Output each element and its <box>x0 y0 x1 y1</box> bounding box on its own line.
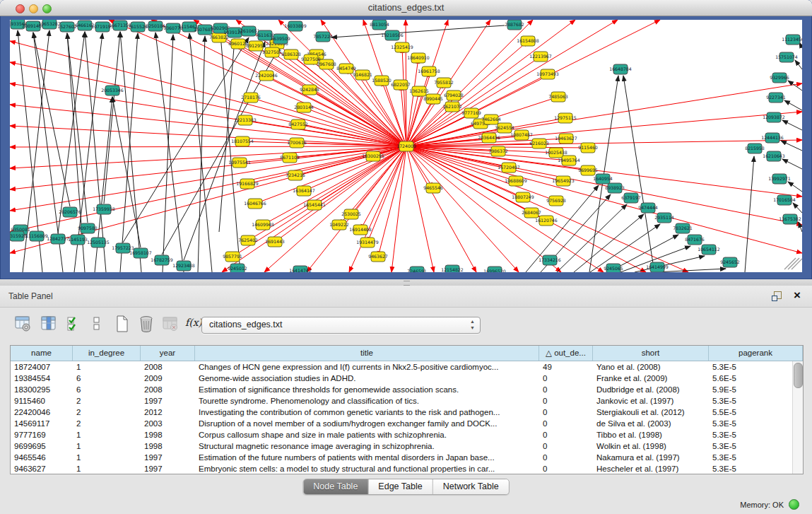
graph-node[interactable]: 18640910 <box>407 53 430 63</box>
float-window-icon[interactable] <box>772 291 781 300</box>
select-rows-icon[interactable] <box>65 315 83 333</box>
graph-node[interactable]: 9146821 <box>353 70 372 80</box>
graph-node[interactable]: 2718176 <box>241 93 261 103</box>
graph-node[interactable]: 2887682 <box>505 20 524 30</box>
graph-node[interactable]: 1621072 <box>442 102 462 112</box>
graph-node[interactable]: 6822057 <box>391 80 411 90</box>
graph-node[interactable]: 16414999 <box>646 262 669 272</box>
graph-node[interactable]: 1640954 <box>593 174 613 184</box>
graph-node[interactable]: 1700616 <box>287 138 307 148</box>
graph-node[interactable]: 1527602 <box>57 22 77 32</box>
graph-node[interactable]: 8990445 <box>423 94 443 104</box>
graph-node[interactable]: 9227341 <box>766 93 786 103</box>
graph-node[interactable]: 6794028 <box>444 90 464 100</box>
graph-node[interactable]: 7485063 <box>548 92 568 102</box>
tab-node-table[interactable]: Node Table <box>303 479 368 494</box>
graph-node[interactable]: 1724009 <box>396 141 416 151</box>
graph-node[interactable]: 7246591 <box>407 267 427 272</box>
graph-node[interactable]: 12444136 <box>761 133 784 143</box>
column-header[interactable]: △ out_de... <box>539 346 593 361</box>
table-row[interactable]: 1456911722003Disruption of a novel membe… <box>11 418 793 429</box>
table-header-row[interactable]: namein_degreeyeartitle△ out_de...shortpa… <box>11 346 803 361</box>
graph-node[interactable]: 16154808 <box>517 36 539 46</box>
graph-node[interactable]: 8471676 <box>685 235 705 245</box>
graph-node[interactable]: 7955812 <box>434 78 454 88</box>
table-settings-icon[interactable] <box>14 315 33 333</box>
graph-node[interactable]: 7462664 <box>481 115 501 124</box>
graph-node[interactable]: 16414742 <box>289 266 312 272</box>
column-header[interactable]: short <box>593 346 709 361</box>
graph-node[interactable]: 9463627 <box>368 252 388 262</box>
graph-node[interactable]: 7832621 <box>673 223 693 233</box>
graph-node[interactable]: 1362615 <box>409 86 429 96</box>
graph-node[interactable]: 22420046 <box>255 71 278 81</box>
delete-trash-icon[interactable] <box>137 315 155 333</box>
graph-node[interactable]: 9245012 <box>228 264 247 272</box>
graph-node[interactable]: 7234216 <box>286 170 305 180</box>
graph-node[interactable]: 16210643 <box>763 151 785 161</box>
graph-node[interactable]: 16033809 <box>284 21 307 31</box>
graph-node[interactable]: 2530025 <box>341 209 361 219</box>
graph-node[interactable]: 8186328 <box>281 49 301 59</box>
graph-node[interactable]: 9465546 <box>423 183 443 193</box>
graph-node[interactable]: 11123456 <box>782 35 802 45</box>
graph-node[interactable]: 9474444 <box>638 203 658 213</box>
graph-node[interactable]: 11675382 <box>779 214 801 224</box>
graph-node[interactable]: 10688609 <box>505 176 527 186</box>
panel-splitter[interactable] <box>0 279 812 286</box>
column-header[interactable]: in_degree <box>73 346 141 361</box>
graph-node[interactable]: 7615526 <box>128 22 148 32</box>
graph-node[interactable]: 6216023 <box>529 139 549 148</box>
graph-node[interactable]: 12213967 <box>529 52 552 62</box>
graph-node[interactable]: 8813054 <box>370 20 389 30</box>
graph-node[interactable]: 16996520 <box>483 267 506 272</box>
graph-node[interactable]: 9329966 <box>770 73 789 83</box>
table-row[interactable]: 2242004622012Investigating the contribut… <box>11 407 793 418</box>
graph-node[interactable]: 20206576 <box>59 207 81 217</box>
graph-node[interactable]: 15751074 <box>775 52 798 62</box>
table-selector-dropdown[interactable]: citations_edges.txt ▲▼ <box>201 317 481 334</box>
scrollbar-thumb[interactable] <box>794 363 803 388</box>
graph-node[interactable]: 1145193 <box>68 235 88 245</box>
graph-node[interactable]: 19654923 <box>552 176 575 186</box>
graph-node[interactable]: 16648784 <box>609 64 632 74</box>
graph-node[interactable]: 9699695 <box>578 165 598 175</box>
graph-node[interactable]: 14609948 <box>252 220 274 230</box>
graph-node[interactable]: 6379197 <box>621 193 641 203</box>
new-document-icon[interactable] <box>113 315 131 333</box>
table-row[interactable]: 977716911998Corpus callosum shape and si… <box>11 429 793 440</box>
graph-node[interactable]: 7857224 <box>313 32 333 42</box>
graph-node[interactable]: 16046766 <box>244 199 266 209</box>
graph-node[interactable]: 1691443 <box>265 237 285 247</box>
graph-node[interactable]: 19218506 <box>381 30 404 40</box>
graph-node[interactable]: 8938923 <box>605 183 625 193</box>
graph-node[interactable]: 10654112 <box>698 245 720 255</box>
column-header[interactable]: year <box>141 346 195 361</box>
column-header[interactable]: pagerank <box>709 346 803 361</box>
splitter-grip[interactable] <box>404 281 410 286</box>
table-row[interactable]: 946554611997Estimation of the future num… <box>11 452 793 463</box>
close-icon[interactable]: × <box>794 287 801 304</box>
graph-node[interactable]: 17016504 <box>773 195 796 205</box>
graph-node[interactable]: 1049222 <box>329 220 349 230</box>
graph-node[interactable]: 19314479 <box>356 238 379 247</box>
graph-node[interactable]: 16961758 <box>418 66 440 76</box>
table-row[interactable]: 946362711997Embryonic stem cells: a mode… <box>11 463 793 474</box>
graph-node[interactable]: 9315928 <box>10 231 27 241</box>
table-row[interactable]: 969969511998Structural magnetic resonanc… <box>11 440 793 452</box>
graph-node[interactable]: 8671103 <box>280 153 300 163</box>
graph-node[interactable]: 9242848 <box>300 85 319 95</box>
graph-node[interactable]: 12975115 <box>554 113 577 123</box>
graph-node[interactable]: 12325419 <box>391 42 413 52</box>
graph-node[interactable]: 8250184 <box>146 21 165 31</box>
graph-node[interactable]: 9857791 <box>223 252 242 262</box>
graph-node[interactable]: 9777169 <box>461 108 481 118</box>
column-header[interactable]: title <box>195 346 539 361</box>
graph-node[interactable]: 8215958 <box>745 144 765 153</box>
graph-node[interactable]: 10973493 <box>536 69 559 79</box>
graph-node[interactable]: 2684067 <box>522 208 541 218</box>
graph-node[interactable]: 16914408 <box>349 225 372 235</box>
graph-node[interactable]: 8960128 <box>228 39 248 49</box>
graph-node[interactable]: 20053346 <box>101 86 124 95</box>
table-row[interactable]: 911546021997Tourette syndrome. Phenomeno… <box>11 395 793 407</box>
